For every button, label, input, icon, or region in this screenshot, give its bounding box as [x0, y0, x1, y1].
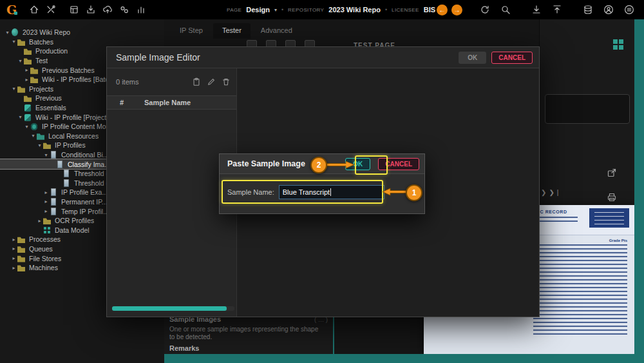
download-icon[interactable] — [531, 5, 542, 15]
cloud-upload-icon[interactable] — [102, 5, 113, 15]
tree-item-label: IP Profiles — [55, 141, 86, 149]
home-icon[interactable] — [29, 5, 39, 15]
tab-ip-step[interactable]: IP Step — [171, 23, 212, 39]
editor-cancel-button[interactable]: CANCEL — [491, 52, 533, 64]
expander-open-icon[interactable]: ▾ — [10, 39, 17, 44]
expander-open-icon[interactable]: ▾ — [43, 152, 50, 158]
repository-label: REPOSITORY — [288, 7, 324, 13]
stats-icon[interactable] — [136, 5, 146, 15]
tree-item-label: File Stores — [29, 255, 61, 262]
paste-icon[interactable] — [192, 77, 201, 86]
context-labels: PAGE Design ▾ • REPOSITORY 2023 Wiki Rep… — [227, 0, 435, 19]
expander-closed-icon[interactable]: ▸ — [43, 190, 50, 195]
expander-closed-icon[interactable]: ▸ — [43, 208, 50, 214]
resources-icon — [37, 132, 45, 140]
folder-icon — [43, 141, 52, 149]
search-icon[interactable] — [500, 5, 511, 15]
datamodel-icon — [43, 226, 52, 234]
folder-icon — [17, 245, 26, 253]
folder-icon — [17, 85, 26, 93]
expander-closed-icon[interactable]: ▸ — [23, 77, 30, 83]
batch-icon[interactable] — [69, 5, 79, 15]
column-number: # — [120, 99, 144, 106]
app-window: G PAGE Design ▾ • REPOSITORY 2023 Wiki R… — [0, 0, 644, 363]
user-icon[interactable] — [603, 5, 614, 15]
page-value[interactable]: Design — [246, 6, 270, 14]
profile-icon — [62, 179, 71, 187]
page-dropdown-caret-icon[interactable]: ▾ — [274, 7, 277, 13]
expander-open-icon[interactable]: ▾ — [30, 133, 37, 139]
expander-closed-icon[interactable]: ▸ — [10, 265, 17, 271]
tree-item-label: OCR Profiles — [55, 217, 94, 224]
tree-item-label: Local Resources — [48, 132, 99, 140]
callout-step-1: 1 — [406, 184, 422, 201]
tree-item[interactable]: ▾2023 Wiki Repo — [0, 28, 164, 37]
tree-item-label: Essentials — [35, 104, 66, 112]
tree-item-label: Machines — [29, 264, 58, 271]
expander-closed-icon[interactable]: ▸ — [23, 67, 30, 73]
expander-open-icon[interactable]: ▾ — [4, 30, 11, 35]
expander-open-icon[interactable]: ▾ — [36, 142, 43, 148]
expander-closed-icon[interactable]: ▸ — [10, 246, 17, 251]
print-icon[interactable] — [607, 192, 617, 202]
cube-icon — [24, 113, 32, 121]
tools-icon[interactable] — [46, 5, 56, 15]
delete-trash-icon[interactable] — [222, 77, 231, 86]
expander-open-icon[interactable]: ▾ — [17, 114, 24, 120]
folder-icon — [17, 235, 26, 243]
tree-item-label: IP Profile Exa... — [61, 188, 108, 196]
expander-open-icon[interactable]: ▾ — [23, 124, 30, 130]
tree-item[interactable]: Classify Ima... — [0, 159, 114, 169]
repository-value[interactable]: 2023 Wiki Repo — [328, 6, 381, 14]
tree-item-label: Batches — [29, 38, 53, 46]
profile-icon — [50, 151, 58, 159]
window-edge-right — [634, 19, 644, 363]
services-icon[interactable] — [119, 5, 129, 15]
column-sample-name: Sample Name — [144, 99, 191, 106]
tab-tester[interactable]: Tester — [213, 23, 251, 39]
expander-closed-icon[interactable]: ▸ — [10, 237, 17, 242]
tree-item-label: Wiki - IP Profile [Project] — [35, 113, 108, 121]
next-page-icon[interactable]: ❯ — [541, 189, 549, 196]
property-value-box[interactable] — [545, 94, 630, 124]
layout-grid-icon[interactable] — [612, 39, 624, 50]
app-logo[interactable]: G — [6, 4, 17, 16]
expander-closed-icon[interactable]: ▸ — [43, 199, 50, 204]
expander-closed-icon[interactable]: ▸ — [36, 218, 43, 224]
profile-icon — [56, 161, 64, 168]
tree-item-label: Wiki - IP Profiles [Batc... — [42, 75, 114, 83]
tree-item-label: Projects — [29, 85, 53, 93]
open-external-icon[interactable] — [607, 168, 617, 178]
expander-open-icon[interactable]: ▾ — [17, 58, 24, 64]
tree-item-label: IP Profile Content Mo... — [42, 123, 111, 130]
tab-advanced[interactable]: Advanced — [252, 23, 301, 39]
licensee-value: BIS — [424, 6, 435, 14]
page-label: PAGE — [227, 7, 242, 13]
tree-item[interactable]: ▾Batches — [0, 37, 164, 47]
last-page-icon[interactable]: ❯| — [549, 189, 561, 196]
tree-item-label: Permanent IP... — [61, 198, 108, 206]
expander-closed-icon[interactable]: ▸ — [10, 255, 17, 261]
forward-button[interactable]: → — [451, 5, 462, 15]
folder-icon — [24, 47, 32, 55]
callout-arrow-right-icon — [325, 161, 355, 169]
callout-step-2: 2 — [310, 157, 327, 173]
tree-item-label: Classify Ima... — [68, 161, 110, 168]
database-icon[interactable] — [583, 5, 593, 15]
profile-icon — [62, 170, 71, 177]
editor-ok-button[interactable]: OK — [459, 52, 486, 64]
import-icon[interactable] — [86, 5, 96, 15]
menu-icon[interactable] — [624, 5, 634, 15]
expander-open-icon[interactable]: ▾ — [10, 86, 17, 92]
cube-icon — [24, 104, 32, 112]
edit-pencil-icon[interactable] — [207, 77, 216, 86]
back-button[interactable]: ← — [437, 5, 448, 15]
folder-icon — [17, 38, 26, 46]
upload-icon[interactable] — [552, 5, 562, 15]
scrollbar-thumb[interactable] — [112, 306, 227, 311]
horizontal-scrollbar[interactable] — [112, 306, 234, 311]
model-icon — [30, 123, 39, 130]
globe-icon — [11, 28, 19, 36]
refresh-icon[interactable] — [480, 5, 490, 15]
folder-icon — [17, 255, 26, 262]
